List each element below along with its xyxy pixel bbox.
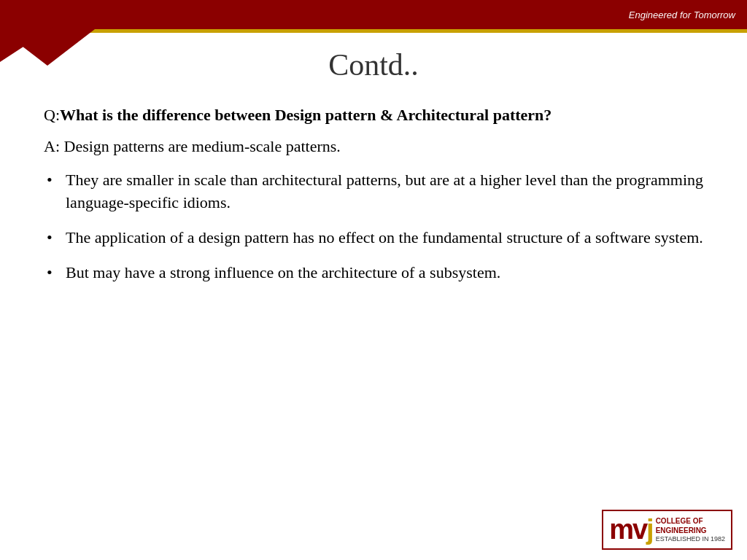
logo-v: v [632, 514, 646, 545]
slide-content: Contd.. Q:What is the difference between… [0, 33, 747, 311]
bullet-item-2: The application of a design pattern has … [44, 226, 703, 249]
logo-m: m [609, 514, 632, 545]
bullet-item-3: But may have a strong influence on the a… [44, 261, 703, 284]
college-name: COLLEGE OF ENGINEERING Established In 19… [656, 516, 725, 544]
bullet-item-1: They are smaller in scale than architect… [44, 168, 703, 215]
mvj-letters: mvj [609, 514, 653, 545]
question-text: What is the difference between Design pa… [60, 106, 551, 124]
question-block: Q:What is the difference between Design … [44, 104, 703, 127]
college-line2: ENGINEERING [656, 526, 725, 535]
logo-container: mvj COLLEGE OF ENGINEERING Established I… [602, 510, 732, 550]
question-label: Q: [44, 106, 60, 124]
bullet-list: They are smaller in scale than architect… [44, 168, 703, 285]
top-bar: Engineered for Tomorrow [0, 0, 747, 29]
answer-intro: A: Design patterns are medium-scale patt… [44, 136, 703, 158]
college-line1: COLLEGE OF [656, 516, 725, 526]
bottom-logo: mvj COLLEGE OF ENGINEERING Established I… [602, 510, 732, 550]
logo-j: j [646, 514, 653, 545]
college-line3: Established In 1982 [656, 535, 725, 544]
slide-title: Contd.. [44, 47, 703, 82]
tagline: Engineered for Tomorrow [629, 9, 735, 20]
